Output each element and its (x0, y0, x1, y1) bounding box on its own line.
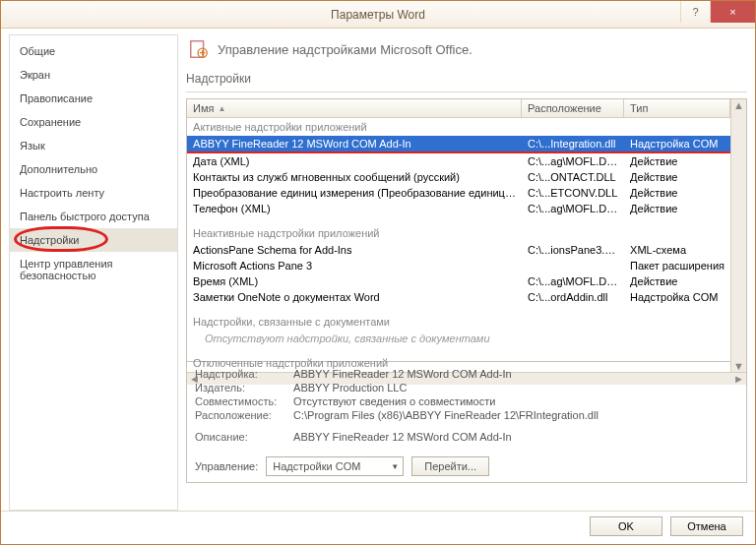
empty-note: Отсутствуют надстройки, связанные с доку… (187, 331, 730, 346)
chevron-down-icon: ▼ (391, 462, 399, 471)
table-row[interactable]: Время (XML)C:\...ag\MOFL.DLLДействие (187, 273, 730, 289)
details-pane: Надстройка:ABBYY FineReader 12 MSWord CO… (186, 362, 747, 483)
sidebar: Общие Экран Правописание Сохранение Язык… (9, 34, 178, 511)
vscroll[interactable]: ▲ (730, 99, 746, 118)
sidebar-item-label: Надстройки (20, 234, 79, 246)
group-active: Активные надстройки приложений (187, 118, 730, 136)
label-location: Расположение: (195, 409, 293, 421)
table-row[interactable]: Дата (XML)C:\...ag\MOFL.DLLДействие (187, 153, 730, 169)
sidebar-item-qat[interactable]: Панель быстрого доступа (10, 205, 177, 228)
label-description: Описание: (195, 431, 293, 443)
sidebar-item-proofing[interactable]: Правописание (10, 87, 177, 110)
ok-button[interactable]: OK (590, 516, 662, 536)
value-location: C:\Program Files (x86)\ABBYY FineReader … (293, 409, 598, 421)
combo-value: Надстройки COM (273, 460, 360, 472)
col-name[interactable]: Имя▲ (187, 99, 522, 117)
svg-rect-0 (191, 41, 204, 58)
footer: OK Отмена (1, 511, 755, 540)
go-button[interactable]: Перейти... (411, 456, 489, 476)
group-inactive: Неактивные надстройки приложений (187, 224, 730, 242)
sidebar-item-display[interactable]: Экран (10, 63, 177, 87)
table-row[interactable]: ABBYY FineReader 12 MSWord COM Add-In C:… (187, 136, 730, 153)
group-docs: Надстройки, связанные с документами (187, 313, 730, 331)
value-publisher: ABBYY Production LLC (293, 382, 407, 394)
divider (186, 91, 747, 92)
sidebar-item-trust[interactable]: Центр управления безопасностью (10, 252, 177, 287)
table-row[interactable]: Microsoft Actions Pane 3Пакет расширения (187, 258, 730, 273)
sidebar-item-general[interactable]: Общие (10, 39, 177, 63)
value-compat: Отсутствуют сведения о совместимости (293, 395, 495, 407)
col-type[interactable]: Тип (624, 99, 730, 117)
col-location[interactable]: Расположение (522, 99, 624, 117)
manage-label: Управление: (195, 460, 258, 472)
page-title: Управление надстройками Microsoft Office… (218, 42, 472, 57)
sidebar-item-language[interactable]: Язык (10, 134, 177, 157)
label-compat: Совместимость: (195, 395, 293, 407)
sidebar-item-addins[interactable]: Надстройки (10, 228, 177, 252)
addins-icon (188, 38, 210, 60)
cancel-button[interactable]: Отмена (670, 516, 743, 536)
section-label: Надстройки (186, 72, 747, 86)
table-row[interactable]: Контакты из служб мгновенных сообщений (… (187, 169, 730, 185)
vscroll-track[interactable]: ▼ (730, 118, 746, 372)
table-row[interactable]: Телефон (XML)C:\...ag\MOFL.DLLДействие (187, 201, 730, 216)
group-disabled: Отключенные надстройки приложений (187, 354, 730, 372)
addins-table: Имя▲ Расположение Тип ▲ Активные надстро… (186, 98, 747, 362)
sidebar-item-ribbon[interactable]: Настроить ленту (10, 181, 177, 205)
value-description: ABBYY FineReader 12 MSWord COM Add-In (293, 431, 512, 443)
table-row[interactable]: Заметки OneNote о документах WordC:\...o… (187, 289, 730, 305)
table-row[interactable]: Преобразование единиц измерения (Преобра… (187, 185, 730, 201)
window-title: Параметры Word (1, 8, 755, 22)
close-button[interactable]: × (710, 1, 755, 23)
manage-combo[interactable]: Надстройки COM ▼ (266, 456, 404, 476)
main-panel: Управление надстройками Microsoft Office… (186, 34, 747, 511)
help-button[interactable]: ? (680, 1, 710, 23)
table-row[interactable]: ActionsPane Schema for Add-InsC:\...ions… (187, 242, 730, 258)
sort-asc-icon: ▲ (219, 104, 226, 113)
sidebar-item-save[interactable]: Сохранение (10, 110, 177, 134)
table-body: Активные надстройки приложений ABBYY Fin… (187, 118, 730, 372)
sidebar-item-advanced[interactable]: Дополнительно (10, 157, 177, 181)
titlebar: Параметры Word ? × (1, 1, 755, 29)
label-publisher: Издатель: (195, 382, 293, 394)
